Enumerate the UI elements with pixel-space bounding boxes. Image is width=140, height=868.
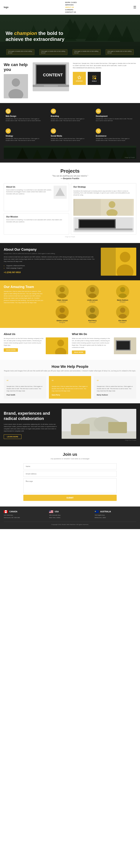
footer-office-australia: AUSTRALIA 789 Eighth Ave, Melbourne, 300…: [95, 510, 136, 519]
nav-link-workcases[interactable]: WORK CASES: [65, 1, 77, 3]
svg-rect-93: [4, 510, 5, 513]
help-card-goals: GOALS: [88, 72, 101, 85]
project-card-strategy: Our Strategy Sometimes the hardest part …: [71, 183, 136, 235]
hero-section: We champion the bold to achieve the extr…: [0, 15, 140, 58]
help-left: We can help you: [4, 62, 30, 98]
about-us-photo: [46, 337, 68, 354]
hero-hint-4[interactable]: Click again or double-click on item edit…: [106, 49, 134, 55]
nav-link-aboutus[interactable]: ABOUT US: [65, 6, 77, 8]
footer-offices: CANADA 123 Sixth Ave, Vancouver, BC V6A …: [4, 510, 136, 519]
avatar-svg-linda: [86, 285, 99, 298]
svg-line-35: [53, 130, 54, 131]
team-section: Our Amazing Team Sample text. Click to s…: [0, 280, 140, 328]
nav-links: WORK CASES SERVICES ABOUT US CAREERS CON…: [65, 1, 77, 13]
know-more-button[interactable]: KNOW MORE: [4, 348, 18, 352]
goals-label: GOALS: [92, 81, 97, 82]
testimonial-text-sara: Sample text. Click to select the text bo…: [52, 385, 88, 392]
services-grid: Web Design Sample text. Click to select …: [4, 107, 136, 144]
service-desc-ecommerce: Sample text. Click to select the text bo…: [96, 138, 134, 142]
what-we-do-photo: [114, 337, 136, 354]
submit-button[interactable]: SUBMIT: [23, 495, 117, 501]
read-more-button[interactable]: READ MORE: [72, 350, 85, 354]
team-avatar-adam: [56, 285, 69, 298]
brand-desc: Lorem ipsum dolor sit amet, consectetur …: [4, 423, 58, 432]
service-item-ecommerce: Ecommerce Sample text. Click to select t…: [94, 127, 136, 144]
quote-icon-marty: “: [97, 379, 134, 384]
strategy-label: STRATEGY: [76, 81, 83, 82]
help-sample-text: Sample text. Sample text. Click to selec…: [73, 62, 136, 69]
about-us-img: [46, 337, 68, 354]
service-desc-branding: Sample text. Click to select the text bo…: [51, 118, 89, 122]
hero-title: We champion the bold to achieve the extr…: [6, 30, 65, 42]
service-title-socialmedia: Social Media: [51, 135, 89, 137]
feature-email: ●Supports e-Mail and iPhone: [4, 265, 97, 267]
team-avatar-emma: [56, 306, 69, 318]
svg-rect-23: [92, 76, 94, 77]
footer-copyright: Copyright 2022 Studio Web Machine. All r…: [4, 524, 136, 525]
company-person-svg: [101, 248, 136, 276]
team-name-eva: Eva Stone: [109, 320, 136, 321]
hamburger-icon[interactable]: ☰: [133, 5, 136, 9]
team-role-marty: Designer: [109, 301, 136, 303]
service-icon-development: [96, 108, 101, 114]
service-desc-webdesign: Sample text. Click to select the text bo…: [6, 118, 44, 122]
dark-scene-svg: [4, 148, 136, 159]
footer-office-usa-address: 456 Seventh Ave, New York, 10001: [49, 514, 91, 519]
services-section: Web Design Sample text. Click to select …: [0, 103, 140, 162]
service-title-ecommerce: Ecommerce: [96, 135, 134, 137]
hero-hint-1[interactable]: Click again or double-click on item edit…: [6, 49, 34, 55]
team-member-adam: Adam Jensen Consultant: [49, 285, 76, 303]
project-aboutus-img: [54, 186, 67, 209]
svg-rect-25: [92, 78, 94, 79]
svg-text:CONTENT: CONTENT: [43, 72, 63, 77]
testimonials-grid: “ Sample text. Click to select the text …: [4, 376, 136, 399]
svg-rect-53: [75, 199, 101, 216]
join-name-input[interactable]: [23, 463, 117, 469]
nav-link-contact[interactable]: CONTACT US: [65, 11, 77, 13]
projects-quote: "You can do anything you set your mind t…: [4, 175, 136, 177]
diamond-icon: [52, 110, 55, 113]
projects-title: Projects: [4, 168, 136, 174]
service-title-strategy: Strategy: [6, 135, 44, 137]
how-help-desc: Regular texts and images from all over t…: [4, 370, 136, 372]
team-name-marty: Marty Hudson: [109, 299, 136, 301]
service-item-webdesign: Web Design Sample text. Click to select …: [4, 107, 46, 124]
svg-rect-94: [7, 510, 8, 513]
team-left: Our Amazing Team Sample text. Click to s…: [4, 285, 45, 304]
what-we-do-block: What We Do While we were set the first h…: [72, 333, 136, 355]
service-desc-socialmedia: Sample text. Click to select the text bo…: [51, 138, 89, 142]
team-name-emma: Emma Larson: [49, 320, 76, 321]
footer-office-usa: USA 456 Seventh Ave, New York, 10001: [49, 510, 91, 519]
team-name-linda: Linda Larson: [79, 299, 106, 301]
hero-click-hints: Click again or double-click on item edit…: [0, 49, 140, 55]
svg-rect-20: [44, 85, 58, 87]
join-message-textarea[interactable]: [23, 478, 117, 493]
join-email-input[interactable]: [23, 471, 117, 477]
team-avatar-marty: [116, 285, 129, 298]
team-role-eva: Designer: [109, 321, 136, 323]
team-member-marty: Marty Hudson Designer: [109, 285, 136, 303]
service-desc-strategy: Sample text. Click to select the text bo…: [6, 138, 44, 142]
service-icon-branding: [51, 108, 56, 114]
help-cards-row: STRATEGY GOALS: [73, 72, 136, 85]
project-strategy-img2: [73, 217, 134, 232]
project-card-aboutus: About Us Good content is everything. In …: [4, 183, 69, 211]
hero-hint-3[interactable]: Click again or double-click on item edit…: [73, 49, 101, 55]
about-company-right: [101, 248, 136, 276]
testimonial-card-sara: “ Sample text. Click to select the text …: [49, 376, 91, 399]
team-member-eva: Eva Stone Designer: [109, 306, 136, 323]
testimonial-text-marty: Sample text. Click to select the text bo…: [97, 385, 134, 392]
triangle-visual: [54, 186, 67, 199]
nav-link-careers[interactable]: CAREERS: [65, 9, 77, 11]
project-strategy-img1: [73, 199, 134, 216]
share-icon: [52, 129, 55, 132]
team-avatar-linda: [86, 285, 99, 298]
footer-divider: [4, 522, 136, 522]
svg-point-38: [99, 131, 99, 132]
join-section: Join us Any questions or remarks? Just w…: [0, 446, 140, 506]
hero-hint-2[interactable]: Click again or double-click on item edit…: [39, 49, 67, 55]
svg-point-14: [12, 79, 20, 87]
learn-more-button[interactable]: LEARN MORE: [4, 434, 22, 439]
about-what-section: About Us As long as we've run the first …: [0, 328, 140, 360]
nav-link-services[interactable]: SERVICES: [65, 4, 77, 6]
